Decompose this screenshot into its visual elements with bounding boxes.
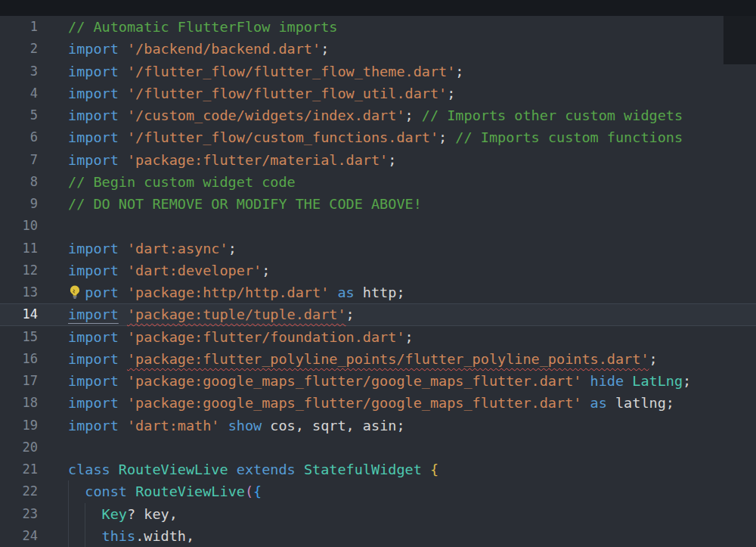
code-token: import [68, 373, 119, 389]
code-line[interactable]: 3import '/flutter_flow/flutter_flow_them… [0, 61, 756, 82]
code-line[interactable]: 19import 'dart:math' show cos, sqrt, asi… [0, 415, 756, 437]
code-line-content[interactable] [38, 437, 756, 458]
code-token [119, 41, 127, 57]
code-editor[interactable]: 1// Automatic FlutterFlow imports2import… [0, 16, 756, 547]
line-number[interactable]: 10 [0, 215, 38, 237]
code-token [119, 85, 127, 101]
code-line[interactable]: 23 Key? key, [0, 503, 756, 525]
line-number[interactable]: 23 [0, 503, 38, 525]
code-token: // Imports other custom widgets [422, 107, 683, 123]
code-line-content[interactable]: import 'dart:developer'; [38, 260, 756, 281]
code-token [68, 483, 85, 499]
code-line[interactable]: 18import 'package:google_maps_flutter/go… [0, 392, 756, 414]
code-line-content[interactable]: port 'package:http/http.dart' as http; [38, 281, 756, 303]
code-line[interactable]: 14import 'package:tuple/tuple.dart'; [0, 303, 756, 325]
line-number[interactable]: 1 [0, 16, 38, 38]
code-line-content[interactable]: class RouteViewLive extends StatefulWidg… [38, 458, 756, 480]
code-line[interactable]: 17import 'package:google_maps_flutter/go… [0, 370, 756, 392]
code-token: import [68, 241, 119, 256]
code-token: import [68, 129, 119, 145]
code-line[interactable]: 12import 'dart:developer'; [0, 260, 756, 281]
code-line-content[interactable]: import 'package:tuple/tuple.dart'; [38, 303, 756, 325]
line-number[interactable]: 12 [0, 260, 38, 281]
line-number[interactable]: 13 [0, 281, 38, 303]
code-line[interactable]: 7import 'package:flutter/material.dart'; [0, 149, 756, 171]
line-number[interactable]: 7 [0, 149, 38, 171]
code-line[interactable]: 2import '/backend/backend.dart'; [0, 38, 756, 60]
code-token: // DO NOT REMOVE OR MODIFY THE CODE ABOV… [68, 196, 422, 212]
code-line-content[interactable]: this.width, [38, 525, 756, 547]
line-number[interactable]: 2 [0, 38, 38, 60]
line-number[interactable]: 17 [0, 370, 38, 392]
code-line[interactable]: 24 this.width, [0, 525, 756, 547]
scrollbar-thumb[interactable] [723, 16, 756, 64]
code-line-content[interactable]: import '/flutter_flow/flutter_flow_util.… [38, 82, 756, 104]
code-token [110, 462, 119, 477]
code-line-content[interactable]: import '/backend/backend.dart'; [38, 38, 756, 60]
code-line[interactable]: 10 [0, 215, 756, 237]
code-token: port [85, 284, 119, 300]
code-line[interactable]: 11import 'dart:async'; [0, 238, 756, 260]
code-line[interactable]: 8// Begin custom widget code [0, 171, 756, 193]
code-token: '/backend/backend.dart' [127, 41, 321, 57]
code-line-content[interactable]: // Begin custom widget code [38, 171, 756, 193]
code-line-content[interactable]: import '/custom_code/widgets/index.dart'… [38, 104, 756, 126]
line-number[interactable]: 8 [0, 171, 38, 193]
line-number[interactable]: 11 [0, 238, 38, 260]
code-token: ; [228, 241, 237, 256]
code-token: as [590, 395, 607, 411]
code-token: 'package:flutter/material.dart' [127, 152, 388, 168]
code-line[interactable]: 21class RouteViewLive extends StatefulWi… [0, 458, 756, 480]
line-number[interactable]: 18 [0, 392, 38, 414]
code-line-content[interactable]: import '/flutter_flow/flutter_flow_theme… [38, 61, 756, 82]
indent-guide [68, 503, 69, 525]
code-line[interactable]: 5import '/custom_code/widgets/index.dart… [0, 104, 756, 126]
line-number[interactable]: 16 [0, 348, 38, 370]
line-number[interactable]: 14 [0, 303, 38, 325]
code-line[interactable]: 6import '/flutter_flow/custom_functions.… [0, 126, 756, 148]
code-token: ; [388, 152, 396, 168]
code-line[interactable]: 9// DO NOT REMOVE OR MODIFY THE CODE ABO… [0, 193, 756, 215]
code-token [220, 418, 228, 434]
code-token: ; [447, 85, 455, 101]
code-line-content[interactable]: import 'package:flutter/foundation.dart'… [38, 326, 756, 348]
line-number[interactable]: 6 [0, 126, 38, 148]
code-line-content[interactable]: import '/flutter_flow/custom_functions.d… [38, 126, 756, 148]
line-number[interactable]: 3 [0, 61, 38, 82]
code-token: import [68, 64, 119, 79]
code-token: Key [102, 506, 127, 522]
code-line-content[interactable]: import 'package:flutter_polyline_points/… [38, 348, 756, 370]
code-line-content[interactable]: const RouteViewLive({ [38, 480, 756, 502]
code-line[interactable]: 20 [0, 437, 756, 458]
line-number[interactable]: 20 [0, 437, 38, 458]
line-number[interactable]: 5 [0, 104, 38, 126]
code-line-content[interactable]: // DO NOT REMOVE OR MODIFY THE CODE ABOV… [38, 193, 756, 215]
code-line-content[interactable]: import 'package:google_maps_flutter/goog… [38, 370, 756, 392]
code-line-content[interactable]: import 'dart:async'; [38, 238, 756, 260]
code-line[interactable]: 1// Automatic FlutterFlow imports [0, 16, 756, 38]
code-line-content[interactable]: import 'dart:math' show cos, sqrt, asin; [38, 415, 756, 437]
line-number[interactable]: 4 [0, 82, 38, 104]
code-line-content[interactable]: import 'package:google_maps_flutter/goog… [38, 392, 756, 414]
line-number[interactable]: 19 [0, 415, 38, 437]
line-number[interactable]: 21 [0, 458, 38, 480]
quick-fix-lightbulb-icon[interactable] [68, 281, 85, 303]
code-line[interactable]: 13port 'package:http/http.dart' as http; [0, 281, 756, 303]
code-line[interactable]: 22 const RouteViewLive({ [0, 480, 756, 502]
code-line[interactable]: 16import 'package:flutter_polyline_point… [0, 348, 756, 370]
code-token: import [68, 351, 119, 367]
line-number[interactable]: 24 [0, 525, 38, 547]
code-line[interactable]: 4import '/flutter_flow/flutter_flow_util… [0, 82, 756, 104]
line-number[interactable]: 22 [0, 480, 38, 502]
code-token [119, 351, 127, 367]
code-line-content[interactable]: Key? key, [38, 503, 756, 525]
code-line-content[interactable]: import 'package:flutter/material.dart'; [38, 149, 756, 171]
code-token: ; [321, 41, 329, 57]
line-number[interactable]: 9 [0, 193, 38, 215]
code-line-content[interactable] [38, 215, 756, 237]
code-line-content[interactable]: // Automatic FlutterFlow imports [38, 16, 756, 38]
code-token: import [68, 306, 119, 322]
line-number[interactable]: 15 [0, 326, 38, 348]
code-token: ; [405, 107, 422, 123]
code-line[interactable]: 15import 'package:flutter/foundation.dar… [0, 326, 756, 348]
